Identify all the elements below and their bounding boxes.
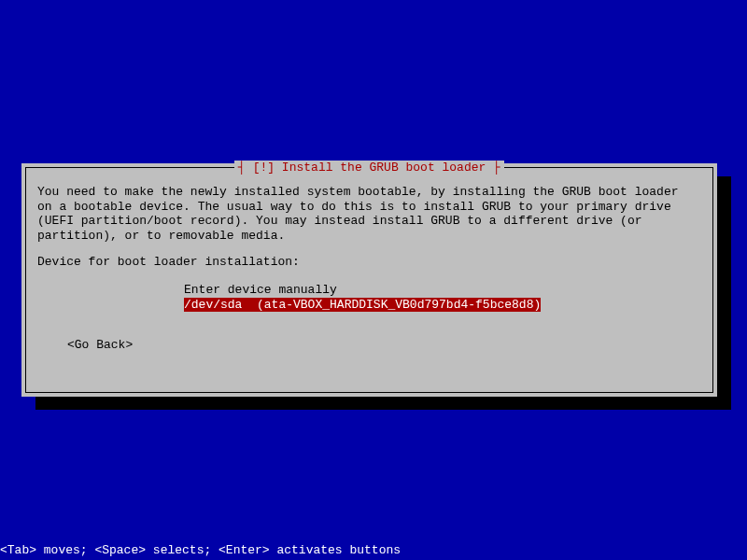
dialog-description: You need to make the newly installed sys… [37, 185, 701, 243]
option-enter-manually[interactable]: Enter device manually [184, 283, 337, 298]
device-options: Enter device manually /dev/sda (ata-VBOX… [184, 283, 701, 312]
grub-install-dialog: ┤ [!] Install the GRUB boot loader ├ You… [21, 163, 717, 397]
title-wrap: ┤ [!] Install the GRUB boot loader ├ [26, 161, 712, 175]
status-bar: <Tab> moves; <Space> selects; <Enter> ac… [0, 543, 747, 560]
device-prompt: Device for boot loader installation: [37, 255, 701, 270]
option-dev-sda[interactable]: /dev/sda (ata-VBOX_HARDDISK_VB0d797bd4-f… [184, 298, 541, 313]
dialog-inner: ┤ [!] Install the GRUB boot loader ├ You… [25, 167, 713, 393]
go-back-button[interactable]: <Go Back> [67, 338, 701, 353]
dialog-title: ┤ [!] Install the GRUB boot loader ├ [234, 161, 504, 175]
